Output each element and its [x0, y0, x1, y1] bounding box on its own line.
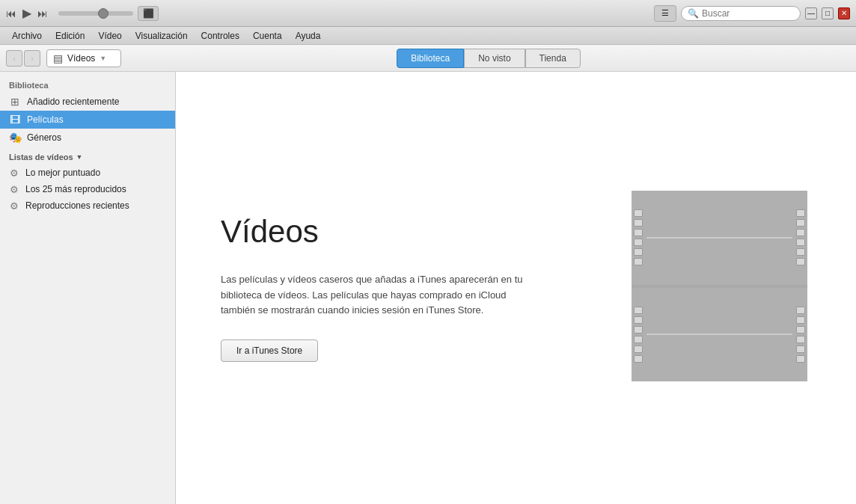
list-view-button[interactable]: ☰: [654, 5, 676, 22]
menu-video[interactable]: Vídeo: [92, 29, 127, 43]
main-layout: Biblioteca ⊞ Añadido recientemente 🎞 Pel…: [0, 72, 856, 504]
sidebar-item-added-label: Añadido recientemente: [27, 96, 119, 107]
section-dropdown[interactable]: ▤ Vídeos ▼: [46, 49, 121, 67]
sprocket: [796, 316, 805, 324]
sidebar-item-added[interactable]: ⊞ Añadido recientemente: [0, 93, 175, 111]
menu-cuenta[interactable]: Cuenta: [247, 29, 288, 43]
section-label: Vídeos: [67, 53, 95, 64]
sprocket: [634, 355, 643, 363]
tab-no-visto[interactable]: No visto: [464, 49, 525, 68]
sprocket: [634, 316, 643, 324]
film-frame-top: [646, 237, 792, 239]
tab-tienda[interactable]: Tienda: [525, 49, 581, 68]
sprocket: [634, 326, 643, 334]
sidebar-item-generos[interactable]: 🎭 Géneros: [0, 129, 175, 147]
dropdown-arrow-icon: ▼: [100, 55, 106, 62]
itunes-store-button[interactable]: Ir a iTunes Store: [221, 339, 318, 362]
grid-icon: ⊞: [9, 96, 21, 108]
film-strip: [632, 191, 807, 381]
playlists-label-text: Listas de vídeos: [9, 153, 73, 162]
sprocket: [634, 307, 643, 314]
prev-button[interactable]: ⏮: [6, 7, 16, 19]
sprocket: [796, 326, 805, 334]
gear-icon-1: ⚙: [9, 168, 19, 178]
playlists-arrow-icon: ▼: [76, 153, 83, 161]
sprocket: [796, 229, 805, 236]
nav-forward[interactable]: ›: [24, 50, 40, 67]
sprocket: [796, 336, 805, 343]
sidebar-item-recent-label: Reproducciones recientes: [25, 200, 129, 211]
progress-thumb[interactable]: [98, 8, 108, 19]
gear-icon-2: ⚙: [9, 184, 19, 194]
menu-controles[interactable]: Controles: [195, 29, 245, 43]
playlists-section-label: Listas de vídeos ▼: [0, 147, 175, 165]
film-frame-bottom: [646, 334, 792, 335]
list-icon: ☰: [661, 8, 669, 18]
menu-ayuda[interactable]: Ayuda: [290, 29, 327, 43]
mask-icon: 🎭: [9, 132, 21, 144]
sprocket: [796, 258, 805, 265]
nav-arrows: ‹ ›: [6, 50, 40, 67]
sprocket: [634, 248, 643, 256]
sprocket: [634, 219, 643, 227]
sprocket: [634, 345, 643, 353]
sidebar-item-top-rated[interactable]: ⚙ Lo mejor puntuado: [0, 165, 175, 181]
nav-bar: ‹ › ▤ Vídeos ▼ Biblioteca No visto Tiend…: [0, 45, 856, 72]
film-strip-graphic: [632, 191, 811, 385]
sidebar-item-recent[interactable]: ⚙ Reproducciones recientes: [0, 197, 175, 214]
menu-bar: Archivo Edición Vídeo Visualización Cont…: [0, 27, 856, 45]
sprocket: [796, 248, 805, 256]
sprocket: [796, 239, 805, 246]
menu-visualizacion[interactable]: Visualización: [129, 29, 194, 43]
gear-icon-3: ⚙: [9, 200, 19, 211]
video-icon: ▤: [53, 52, 63, 64]
sprocket: [796, 209, 805, 217]
minimize-button[interactable]: —: [805, 7, 817, 19]
sidebar-item-top25[interactable]: ⚙ Los 25 más reproducidos: [0, 181, 175, 197]
search-icon: 🔍: [688, 8, 699, 19]
library-section-label: Biblioteca: [0, 78, 175, 93]
content-text-block: Vídeos Las películas y vídeos caseros qu…: [221, 214, 542, 362]
progress-bar[interactable]: [58, 11, 133, 16]
sprocket: [634, 258, 643, 265]
film-row-top: [632, 191, 807, 285]
search-bar[interactable]: 🔍: [681, 6, 801, 21]
title-bar: ⏮ ▶ ⏭ ⬛ ☰ 🔍 — □ ✕: [0, 0, 856, 27]
content-title: Vídeos: [221, 214, 542, 250]
menu-edicion[interactable]: Edición: [49, 29, 91, 43]
sidebar-item-generos-label: Géneros: [27, 132, 61, 143]
nav-back[interactable]: ‹: [6, 50, 22, 67]
film-icon: 🎞: [9, 114, 21, 126]
sprockets-left-top: [632, 208, 645, 267]
search-input[interactable]: [702, 8, 784, 19]
sprocket: [796, 355, 805, 363]
tab-biblioteca[interactable]: Biblioteca: [397, 49, 464, 68]
sprocket: [796, 307, 805, 314]
content-area: Vídeos Las películas y vídeos caseros qu…: [176, 72, 856, 504]
content-description: Las películas y vídeos caseros que añada…: [221, 272, 542, 319]
sidebar-item-top-rated-label: Lo mejor puntuado: [25, 168, 100, 178]
sprocket: [634, 336, 643, 343]
sprocket: [634, 209, 643, 217]
maximize-button[interactable]: □: [822, 7, 834, 19]
close-button[interactable]: ✕: [838, 7, 850, 19]
sprocket: [796, 345, 805, 353]
sprockets-right-bottom: [794, 305, 807, 364]
sprocket: [634, 239, 643, 246]
tabs-container: Biblioteca No visto Tienda: [127, 49, 850, 68]
sprocket: [796, 219, 805, 227]
sidebar-item-peliculas[interactable]: 🎞 Películas: [0, 111, 175, 129]
play-button[interactable]: ▶: [22, 6, 31, 20]
screen-button[interactable]: ⬛: [138, 6, 159, 21]
sidebar: Biblioteca ⊞ Añadido recientemente 🎞 Pel…: [0, 72, 176, 504]
sprockets-left-bottom: [632, 305, 645, 364]
transport-controls: ⏮ ▶ ⏭: [6, 6, 48, 20]
sidebar-item-peliculas-label: Películas: [27, 114, 64, 125]
sprocket: [634, 229, 643, 236]
next-button[interactable]: ⏭: [37, 7, 48, 19]
sprockets-right-top: [794, 208, 807, 267]
film-row-bottom: [632, 288, 807, 382]
sidebar-item-top25-label: Los 25 más reproducidos: [25, 184, 126, 194]
menu-archivo[interactable]: Archivo: [6, 29, 48, 43]
